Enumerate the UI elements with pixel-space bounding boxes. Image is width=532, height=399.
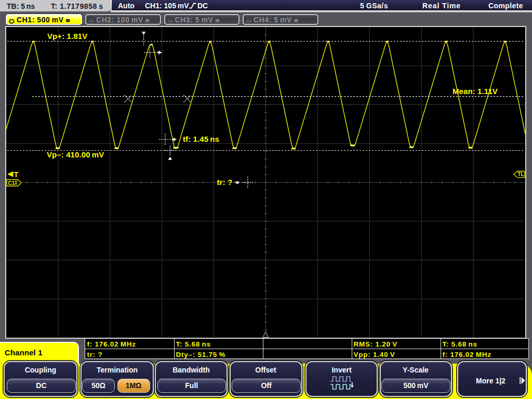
svg-text:T: T <box>14 170 19 179</box>
svg-text:C1: C1 <box>8 180 15 186</box>
svg-text:TL: TL <box>517 171 524 177</box>
svg-text:Mean: 1.11V: Mean: 1.11V <box>453 87 498 96</box>
svg-text:Vp–: 410.00 mV: Vp–: 410.00 mV <box>47 150 104 159</box>
svg-text:tf: 1.45 ns: tf: 1.45 ns <box>183 135 219 143</box>
svg-text:Vp+: 1.81V: Vp+: 1.81V <box>47 32 87 41</box>
svg-text:tr: ?: tr: ? <box>217 178 233 187</box>
